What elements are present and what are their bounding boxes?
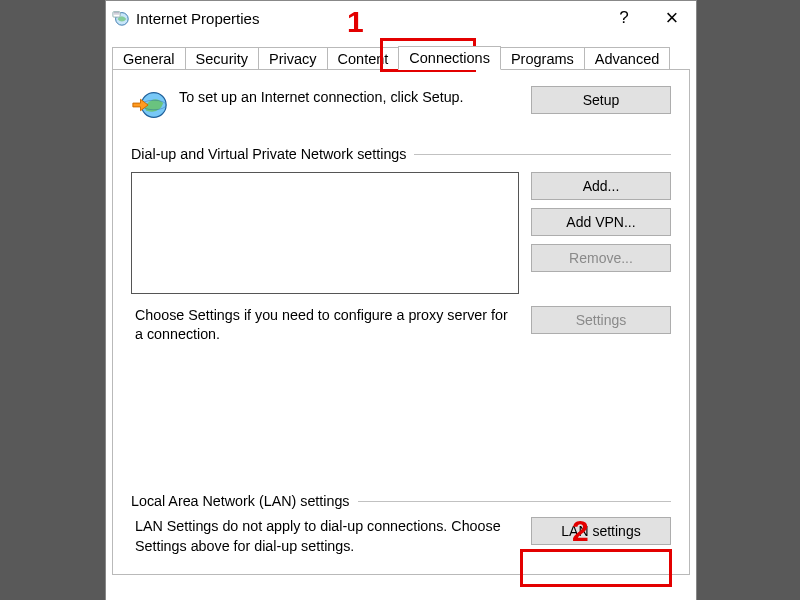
tab-content[interactable]: Content [327, 47, 400, 70]
globe-connect-icon [131, 86, 169, 124]
proxy-note-text: Choose Settings if you need to configure… [131, 306, 519, 345]
tab-programs[interactable]: Programs [500, 47, 585, 70]
lan-group-text: Local Area Network (LAN) settings [131, 493, 350, 509]
tab-general[interactable]: General [112, 47, 186, 70]
dialup-group-text: Dial-up and Virtual Private Network sett… [131, 146, 406, 162]
close-button[interactable]: × [648, 1, 696, 35]
tab-strip: General Security Privacy Content Connect… [106, 41, 696, 69]
help-button[interactable]: ? [600, 1, 648, 35]
internet-properties-dialog: Internet Properties ? × General Security… [105, 0, 697, 600]
internet-options-icon [112, 9, 130, 27]
add-button[interactable]: Add... [531, 172, 671, 200]
add-vpn-button[interactable]: Add VPN... [531, 208, 671, 236]
setup-intro-text: To set up an Internet connection, click … [179, 86, 521, 107]
connections-panel: To set up an Internet connection, click … [112, 69, 690, 575]
setup-button[interactable]: Setup [531, 86, 671, 114]
settings-button: Settings [531, 306, 671, 334]
tab-advanced[interactable]: Advanced [584, 47, 671, 70]
connections-listbox[interactable] [131, 172, 519, 294]
tab-privacy[interactable]: Privacy [258, 47, 328, 70]
remove-button: Remove... [531, 244, 671, 272]
lan-group-label: Local Area Network (LAN) settings [131, 493, 671, 509]
lan-note-text: LAN Settings do not apply to dial-up con… [131, 517, 519, 556]
dialup-group-label: Dial-up and Virtual Private Network sett… [131, 146, 671, 162]
tab-security[interactable]: Security [185, 47, 259, 70]
window-title: Internet Properties [136, 10, 600, 27]
tab-connections[interactable]: Connections [398, 46, 501, 70]
titlebar: Internet Properties ? × [106, 1, 696, 35]
lan-settings-button[interactable]: LAN settings [531, 517, 671, 545]
